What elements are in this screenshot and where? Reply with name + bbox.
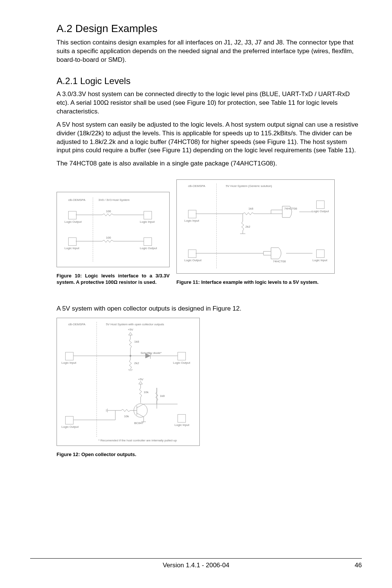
fig10-wire-top xyxy=(76,213,144,217)
fig12-schottky: Schottky diode* xyxy=(141,351,162,355)
para-5v: A 5V host system can easily be adjusted … xyxy=(57,121,362,155)
figure-10-caption: Figure 10: Logic levels interface to a 3… xyxy=(57,273,170,286)
para-gate: The 74HCT08 gate is also available in a … xyxy=(57,159,362,168)
fig12-footnote: * Recomended if the host controller are … xyxy=(98,439,177,442)
footer-version: Version 1.4.1 - 2006-04 xyxy=(30,562,362,569)
fig11-right-header: 5V Host System (Generic solution) xyxy=(226,184,272,188)
fig11-upper xyxy=(196,193,324,234)
fig12-left-header: cB-OEMSPA xyxy=(68,323,86,326)
fig12-box-lo-bot xyxy=(65,416,74,424)
fig12-upper xyxy=(72,329,189,371)
fig11-r1k8: 1k8 xyxy=(248,207,253,210)
fig10-r2: 100 xyxy=(106,236,111,239)
fig10-box-in-right xyxy=(144,211,152,219)
fig12-box-lo-top xyxy=(178,352,186,360)
fig12-li-top: Logic Input xyxy=(61,361,76,364)
fig10-lo1: Logic Output xyxy=(64,220,81,224)
fig10-right-header: 3V0 / 3V3 Host System xyxy=(98,198,130,202)
fig12-lo-top: Logic Output xyxy=(173,361,190,364)
figure-12-caption: Figure 12: Open collector outputs. xyxy=(57,451,200,458)
heading-a2: A.2 Design Examples xyxy=(57,23,362,35)
fig12-r10k-1: 10k xyxy=(144,390,149,394)
intro-paragraph: This section contains design examples fo… xyxy=(57,38,362,64)
fig10-left-header: cB-OEMSPA xyxy=(68,198,86,202)
fig12-li-bot: Logic Input xyxy=(175,423,189,427)
svg-line-38 xyxy=(137,413,144,417)
para-oc: A 5V system with open collector outputs … xyxy=(57,305,362,313)
fig11-left-header: cB-OEMSPA xyxy=(188,184,205,188)
fig12-r10k-2: 10k xyxy=(124,415,129,418)
fig10-r1: 100 xyxy=(106,210,111,213)
fig10-box-out-right xyxy=(144,237,152,246)
fig12-right-header: 5V Host System with open collector outpu… xyxy=(106,323,164,326)
figures-row-10-11: cB-OEMSPA 3V0 / 3V3 Host System Logic Ou… xyxy=(57,179,362,286)
fig12-lower xyxy=(72,378,189,431)
page-footer: Version 1.4.1 - 2006-04 46 xyxy=(30,558,362,569)
fig11-box-li xyxy=(188,210,196,218)
figure-11-frame: cB-OEMSPA 5V Host System (Generic soluti… xyxy=(176,179,335,274)
fig10-divider xyxy=(93,198,93,262)
fig10-box-in-left xyxy=(68,237,77,246)
fig10-wire-bot xyxy=(76,239,144,244)
fig12-r1k8: 1k8 xyxy=(134,340,139,343)
fig11-box-li-bot xyxy=(316,250,325,258)
fig11-ic1: 74HCT08 xyxy=(284,207,297,210)
fig10-li1: Logic Input xyxy=(140,220,155,224)
fig12-box-li xyxy=(65,352,74,360)
fig12-lo-bot: Logic Output xyxy=(61,425,78,429)
fig11-lower xyxy=(196,246,324,265)
heading-a21: A.2.1 Logic Levels xyxy=(57,76,362,86)
svg-line-37 xyxy=(137,404,144,408)
figure-12-frame: cB-OEMSPA 5V Host System with open colle… xyxy=(57,318,200,446)
fig10-li2: Logic Input xyxy=(64,247,79,250)
fig11-r2k2: 2k2 xyxy=(245,225,250,228)
para-3v3: A 3.0/3.3V host system can be connected … xyxy=(57,90,362,116)
fig12-box-li-bot xyxy=(178,414,186,423)
fig11-lo-top: Logic Output xyxy=(312,210,329,213)
fig12-bc847: BC847 xyxy=(134,421,143,425)
figure-10-frame: cB-OEMSPA 3V0 / 3V3 Host System Logic Ou… xyxy=(57,192,170,267)
fig12-r1k8-2: 1k8 xyxy=(160,394,165,398)
fig11-ic2: 74HCT08 xyxy=(273,260,286,263)
fig10-box-out-left xyxy=(68,211,77,219)
fig11-li-bot: Logic Input xyxy=(312,259,327,262)
fig11-box-lo-top xyxy=(316,201,325,209)
fig11-box-lo-bot xyxy=(188,250,196,258)
figure-11-caption: Figure 11: Interface example with logic … xyxy=(176,279,335,286)
fig12-r2k2: 2k2 xyxy=(134,361,139,365)
fig10-lo2: Logic Output xyxy=(140,247,157,250)
